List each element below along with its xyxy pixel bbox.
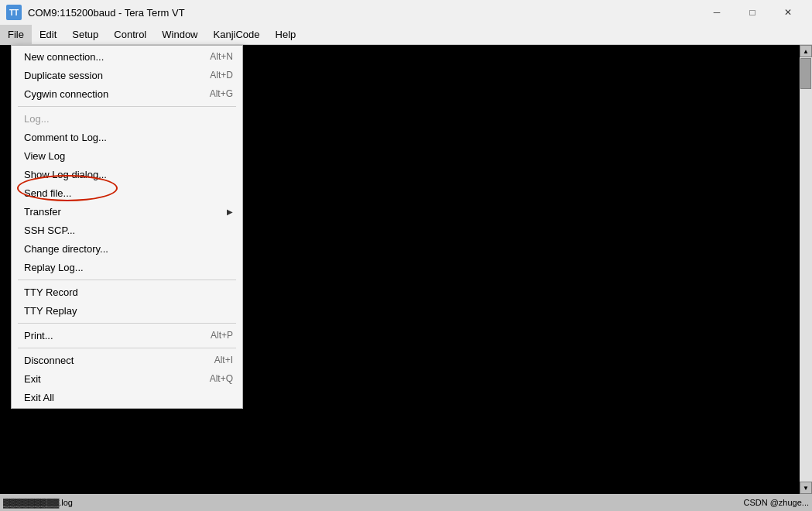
menu-bar: File Edit Setup Control Window KanjiCode… [0,25,812,45]
menu-show-log-dialog[interactable]: Show Log dialog... [12,165,242,183]
app-icon: TT [6,5,22,20]
menu-setup[interactable]: Setup [64,25,106,44]
status-right: CSDN @zhuge... [743,498,809,507]
menu-log: Log... [12,109,242,128]
status-left: ▓▓▓▓▓▓▓▓▓.log [3,498,743,507]
minimize-button[interactable]: ─ [699,0,735,25]
menu-new-connection[interactable]: New connection... Alt+N [12,47,242,66]
app-icon-label: TT [9,9,19,17]
menu-ssh-scp[interactable]: SSH SCP... [12,221,242,239]
menu-print[interactable]: Print... Alt+P [12,326,242,345]
scroll-down-button[interactable]: ▼ [800,482,812,494]
menu-tty-record[interactable]: TTY Record [12,283,242,301]
menu-replay-log[interactable]: Replay Log... [12,258,242,276]
maximize-button[interactable]: □ [735,0,770,25]
menu-exit[interactable]: Exit Alt+Q [12,369,242,388]
window-controls: ─ □ ✕ [699,0,806,25]
scrollbar: ▲ ▼ [800,45,812,494]
menu-disconnect[interactable]: Disconnect Alt+I [12,351,242,369]
title-bar: TT COM9:115200baud - Tera Term VT ─ □ ✕ [0,0,812,25]
menu-file[interactable]: File [0,25,32,44]
menu-window[interactable]: Window [154,25,205,44]
menu-duplicate-session[interactable]: Duplicate session Alt+D [12,66,242,84]
menu-comment-to-log[interactable]: Comment to Log... [12,128,242,146]
menu-tty-replay[interactable]: TTY Replay [12,301,242,320]
menu-send-file[interactable]: Send file... [12,183,242,202]
file-dropdown-menu: New connection... Alt+N Duplicate sessio… [11,45,243,409]
menu-change-directory[interactable]: Change directory... [12,239,242,258]
separator-1 [12,103,242,109]
menu-view-log[interactable]: View Log [12,146,242,165]
separator-3 [12,320,242,326]
menu-control[interactable]: Control [106,25,154,44]
menu-transfer[interactable]: Transfer ▶ [12,202,242,221]
menu-cygwin-connection[interactable]: Cygwin connection Alt+G [12,84,242,103]
scroll-up-button[interactable]: ▲ [800,45,812,57]
window-title: COM9:115200baud - Tera Term VT [28,7,699,19]
menu-help[interactable]: Help [268,25,304,44]
separator-2 [12,276,242,283]
menu-exit-all[interactable]: Exit All [12,388,242,406]
menu-kanjicode[interactable]: KanjiCode [206,25,268,44]
scrollbar-thumb[interactable] [800,58,811,89]
close-button[interactable]: ✕ [770,0,806,25]
status-bar: ▓▓▓▓▓▓▓▓▓.log CSDN @zhuge... [0,494,812,511]
separator-4 [12,345,242,351]
scrollbar-track[interactable] [800,57,812,482]
menu-edit[interactable]: Edit [32,25,64,44]
